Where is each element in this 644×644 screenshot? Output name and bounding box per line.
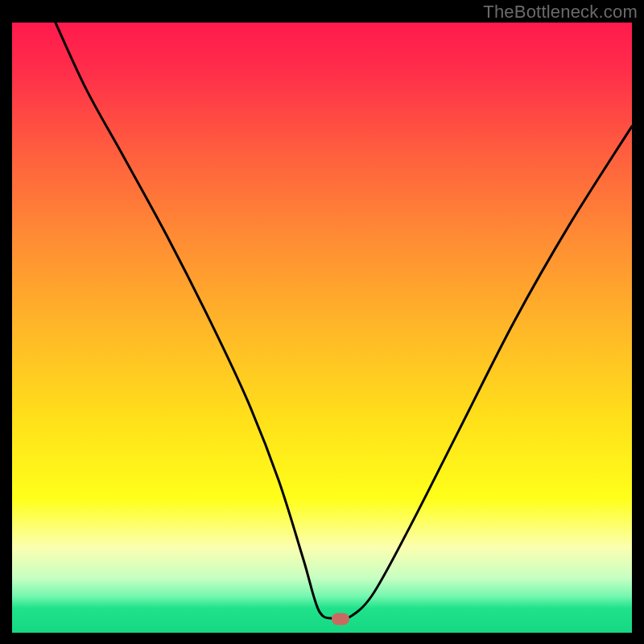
watermark-text: TheBottleneck.com (483, 2, 638, 23)
optimum-marker (332, 613, 349, 625)
curve-svg (12, 23, 632, 633)
bottleneck-curve-path (56, 23, 632, 621)
plot-area (12, 23, 632, 633)
chart-frame: TheBottleneck.com (0, 0, 644, 644)
